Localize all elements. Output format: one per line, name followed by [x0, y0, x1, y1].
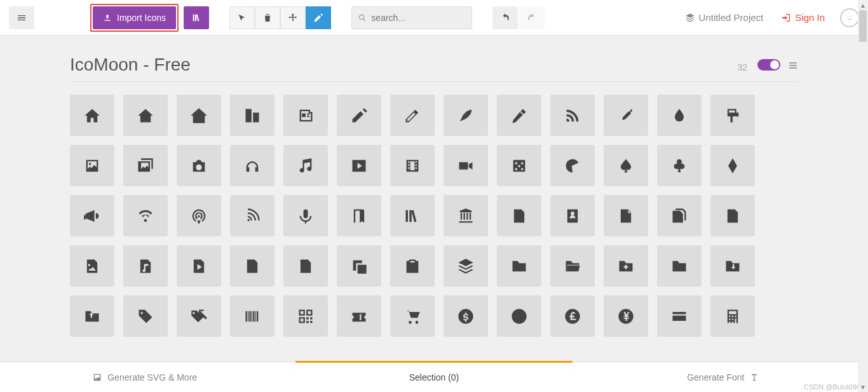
icon-music[interactable] — [283, 145, 328, 186]
watermark: CSDN @Bulut0907 — [804, 383, 864, 391]
icon-library[interactable] — [444, 195, 488, 236]
icon-coin-yen[interactable] — [604, 295, 648, 337]
podcast-icon — [190, 207, 208, 225]
import-icons-button[interactable]: Import Icons — [93, 6, 176, 29]
icon-diamonds[interactable] — [710, 145, 755, 186]
signin-button[interactable]: Sign In — [781, 12, 825, 23]
library-button[interactable] — [184, 6, 209, 29]
icon-file-text2[interactable] — [710, 195, 755, 236]
icon-folder-download[interactable] — [710, 245, 755, 287]
icon-video-camera[interactable] — [444, 145, 488, 186]
icon-coin-euro[interactable] — [497, 295, 541, 337]
redo-button[interactable] — [519, 6, 545, 29]
icon-barcode[interactable] — [230, 295, 275, 337]
icon-calculator[interactable] — [710, 295, 755, 337]
icon-play[interactable] — [337, 145, 381, 186]
icon-price-tag[interactable] — [123, 295, 168, 337]
list-view-button[interactable] — [788, 60, 798, 73]
icon-home3[interactable] — [177, 95, 221, 136]
icon-price-tags[interactable] — [177, 295, 221, 337]
scrollbar-thumb[interactable] — [859, 10, 867, 42]
icon-book[interactable] — [337, 195, 381, 236]
select-tool-button[interactable] — [229, 6, 255, 29]
menu-button[interactable] — [9, 6, 34, 29]
generate-svg-tab[interactable]: Generate SVG & More — [0, 362, 289, 392]
icon-podcast[interactable] — [177, 195, 221, 236]
scroll-up-icon[interactable]: ▲ — [858, 0, 868, 10]
icon-folder[interactable] — [497, 245, 541, 287]
folder-open-icon — [564, 257, 581, 275]
icon-qrcode[interactable] — [283, 295, 328, 337]
qrcode-icon — [297, 308, 315, 325]
icon-file-text[interactable] — [497, 195, 541, 236]
icon-folder-plus[interactable] — [604, 245, 648, 287]
icon-paste[interactable] — [390, 245, 435, 287]
avatar[interactable] — [840, 8, 859, 27]
icon-stack[interactable] — [444, 245, 488, 287]
icon-quill[interactable] — [444, 95, 488, 136]
icon-film[interactable] — [390, 145, 435, 186]
selection-tab[interactable]: Selection (0) — [289, 362, 578, 392]
icon-books[interactable] — [390, 195, 435, 236]
icon-ticket[interactable] — [337, 295, 381, 337]
icon-pencil2[interactable] — [390, 95, 435, 136]
icon-folder-minus[interactable] — [657, 245, 702, 287]
icon-copy[interactable] — [337, 245, 381, 287]
video-camera-icon — [457, 157, 475, 175]
icon-cart[interactable] — [390, 295, 435, 337]
icon-mic[interactable] — [283, 195, 328, 236]
icon-home2[interactable] — [123, 95, 168, 136]
icon-folder-upload[interactable] — [70, 295, 114, 337]
file-text-icon — [510, 207, 528, 225]
icon-office[interactable] — [230, 95, 275, 136]
icon-files-empty[interactable] — [657, 195, 702, 236]
droplet-icon — [670, 107, 688, 125]
icon-eyedropper[interactable] — [604, 95, 648, 136]
undo-button[interactable] — [492, 6, 518, 29]
icon-pen[interactable] — [497, 95, 541, 136]
icon-pencil[interactable] — [337, 95, 381, 136]
search-box[interactable] — [351, 6, 472, 29]
scrollbar[interactable]: ▲ ▼ — [858, 0, 868, 392]
icon-camera[interactable] — [177, 145, 221, 186]
icon-profile[interactable] — [550, 195, 595, 236]
icon-coin-dollar[interactable] — [444, 295, 488, 337]
icon-feed[interactable] — [230, 195, 275, 236]
office-icon — [243, 107, 261, 125]
delete-tool-button[interactable] — [255, 6, 280, 29]
icon-home[interactable] — [70, 95, 114, 136]
icon-credit-card[interactable] — [657, 295, 702, 337]
paint-format-icon — [724, 107, 742, 125]
icon-bullhorn[interactable] — [70, 195, 114, 236]
move-tool-button[interactable] — [280, 6, 306, 29]
diamonds-icon — [724, 157, 742, 175]
icon-coin-pound[interactable] — [550, 295, 595, 337]
icon-file-music[interactable] — [123, 245, 168, 287]
icon-file-empty[interactable] — [604, 195, 648, 236]
icon-spades[interactable] — [604, 145, 648, 186]
clubs-icon — [670, 157, 688, 175]
icon-file-picture[interactable] — [70, 245, 114, 287]
edit-tool-button[interactable] — [306, 6, 331, 29]
icon-newspaper[interactable] — [283, 95, 328, 136]
icon-folder-open[interactable] — [550, 245, 595, 287]
coin-yen-icon — [617, 308, 635, 325]
icon-pacman[interactable] — [550, 145, 595, 186]
scroll-down-icon[interactable]: ▼ — [858, 382, 868, 392]
search-input[interactable] — [371, 13, 465, 23]
grid-toggle[interactable] — [757, 59, 780, 71]
icon-file-zip[interactable] — [283, 245, 328, 287]
icon-dice[interactable] — [497, 145, 541, 186]
icon-image[interactable] — [70, 145, 114, 186]
icon-droplet[interactable] — [657, 95, 702, 136]
icon-images[interactable] — [123, 145, 168, 186]
mic-icon — [297, 207, 315, 225]
project-menu[interactable]: Untitled Project — [685, 12, 764, 23]
icon-connection[interactable] — [123, 195, 168, 236]
icon-blog[interactable] — [550, 95, 595, 136]
icon-clubs[interactable] — [657, 145, 702, 186]
icon-paint-format[interactable] — [710, 95, 755, 136]
icon-file-play[interactable] — [177, 245, 221, 287]
icon-file-video[interactable] — [230, 245, 275, 287]
icon-headphones[interactable] — [230, 145, 275, 186]
